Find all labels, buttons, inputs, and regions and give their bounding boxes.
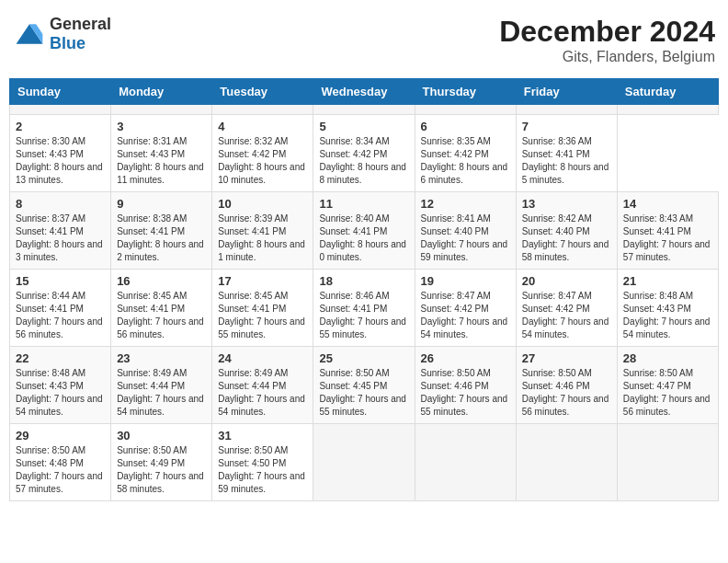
day-cell-12: 12Sunrise: 8:41 AMSunset: 4:40 PMDayligh… xyxy=(415,192,516,270)
day-info: Sunrise: 8:41 AMSunset: 4:40 PMDaylight:… xyxy=(421,213,510,264)
day-number: 21 xyxy=(623,274,712,288)
day-cell-10: 10Sunrise: 8:39 AMSunset: 4:41 PMDayligh… xyxy=(212,192,313,270)
day-number: 10 xyxy=(218,197,307,211)
day-cell-24: 24Sunrise: 8:49 AMSunset: 4:44 PMDayligh… xyxy=(212,347,313,424)
day-info: Sunrise: 8:50 AMSunset: 4:47 PMDaylight:… xyxy=(623,367,712,419)
day-info: Sunrise: 8:44 AMSunset: 4:41 PMDaylight:… xyxy=(16,290,105,341)
day-number: 16 xyxy=(117,274,206,288)
page-title: December 2024 xyxy=(499,15,715,49)
calendar-week-3: 8Sunrise: 8:37 AMSunset: 4:41 PMDaylight… xyxy=(10,192,719,270)
logo-general-text: General xyxy=(50,15,111,33)
day-cell-8: 8Sunrise: 8:37 AMSunset: 4:41 PMDaylight… xyxy=(10,192,111,270)
day-info: Sunrise: 8:49 AMSunset: 4:44 PMDaylight:… xyxy=(117,367,206,419)
day-info: Sunrise: 8:48 AMSunset: 4:43 PMDaylight:… xyxy=(623,290,712,341)
day-cell-26: 26Sunrise: 8:50 AMSunset: 4:46 PMDayligh… xyxy=(415,347,516,424)
calendar-week-6: 29Sunrise: 8:50 AMSunset: 4:48 PMDayligh… xyxy=(10,424,719,501)
empty-cell xyxy=(313,424,415,501)
day-info: Sunrise: 8:39 AMSunset: 4:41 PMDaylight:… xyxy=(218,213,307,264)
day-number: 7 xyxy=(522,120,611,133)
empty-cell xyxy=(111,105,212,115)
day-info: Sunrise: 8:40 AMSunset: 4:41 PMDaylight:… xyxy=(319,213,408,264)
day-number: 23 xyxy=(117,351,206,365)
day-cell-31: 31Sunrise: 8:50 AMSunset: 4:50 PMDayligh… xyxy=(212,424,313,501)
day-cell-29: 29Sunrise: 8:50 AMSunset: 4:48 PMDayligh… xyxy=(10,424,111,501)
day-of-week-saturday: Saturday xyxy=(617,79,718,105)
day-cell-27: 27Sunrise: 8:50 AMSunset: 4:46 PMDayligh… xyxy=(516,347,617,424)
empty-cell xyxy=(617,424,718,501)
day-info: Sunrise: 8:49 AMSunset: 4:44 PMDaylight:… xyxy=(218,367,307,419)
day-number: 19 xyxy=(421,274,510,288)
day-number: 13 xyxy=(522,197,611,211)
calendar-week-2: 2Sunrise: 8:30 AMSunset: 4:43 PMDaylight… xyxy=(10,115,719,192)
day-number: 12 xyxy=(421,197,510,211)
empty-cell xyxy=(516,424,617,501)
day-info: Sunrise: 8:30 AMSunset: 4:43 PMDaylight:… xyxy=(16,135,105,187)
logo-blue-text: Blue xyxy=(50,34,85,52)
day-info: Sunrise: 8:43 AMSunset: 4:41 PMDaylight:… xyxy=(623,213,712,264)
day-number: 18 xyxy=(319,274,408,288)
day-info: Sunrise: 8:42 AMSunset: 4:40 PMDaylight:… xyxy=(522,213,611,264)
day-cell-13: 13Sunrise: 8:42 AMSunset: 4:40 PMDayligh… xyxy=(516,192,617,270)
day-of-week-tuesday: Tuesday xyxy=(212,79,313,105)
day-cell-21: 21Sunrise: 8:48 AMSunset: 4:43 PMDayligh… xyxy=(617,270,718,347)
day-of-week-thursday: Thursday xyxy=(415,79,516,105)
day-of-week-sunday: Sunday xyxy=(10,79,111,105)
day-cell-9: 9Sunrise: 8:38 AMSunset: 4:41 PMDaylight… xyxy=(111,192,212,270)
day-cell-25: 25Sunrise: 8:50 AMSunset: 4:45 PMDayligh… xyxy=(313,347,415,424)
day-info: Sunrise: 8:34 AMSunset: 4:42 PMDaylight:… xyxy=(319,135,408,187)
day-info: Sunrise: 8:47 AMSunset: 4:42 PMDaylight:… xyxy=(522,290,611,341)
day-cell-28: 28Sunrise: 8:50 AMSunset: 4:47 PMDayligh… xyxy=(617,347,718,424)
day-cell-5: 5Sunrise: 8:34 AMSunset: 4:42 PMDaylight… xyxy=(313,115,415,192)
day-info: Sunrise: 8:38 AMSunset: 4:41 PMDaylight:… xyxy=(117,213,206,264)
day-cell-4: 4Sunrise: 8:32 AMSunset: 4:42 PMDaylight… xyxy=(212,115,313,192)
logo: General Blue xyxy=(13,15,111,53)
page-header: General Blue December 2024 Gits, Flander… xyxy=(9,9,719,71)
day-cell-3: 3Sunrise: 8:31 AMSunset: 4:43 PMDaylight… xyxy=(111,115,212,192)
day-cell-11: 11Sunrise: 8:40 AMSunset: 4:41 PMDayligh… xyxy=(313,192,415,270)
day-info: Sunrise: 8:36 AMSunset: 4:41 PMDaylight:… xyxy=(522,135,611,187)
calendar-week-5: 22Sunrise: 8:48 AMSunset: 4:43 PMDayligh… xyxy=(10,347,719,424)
calendar-table: SundayMondayTuesdayWednesdayThursdayFrid… xyxy=(9,78,719,501)
day-cell-15: 15Sunrise: 8:44 AMSunset: 4:41 PMDayligh… xyxy=(10,270,111,347)
day-number: 24 xyxy=(218,351,307,365)
day-info: Sunrise: 8:50 AMSunset: 4:49 PMDaylight:… xyxy=(117,444,206,496)
day-cell-14: 14Sunrise: 8:43 AMSunset: 4:41 PMDayligh… xyxy=(617,192,718,270)
day-info: Sunrise: 8:45 AMSunset: 4:41 PMDaylight:… xyxy=(117,290,206,341)
day-number: 4 xyxy=(218,120,307,133)
day-number: 6 xyxy=(421,120,510,133)
day-cell-20: 20Sunrise: 8:47 AMSunset: 4:42 PMDayligh… xyxy=(516,270,617,347)
day-info: Sunrise: 8:37 AMSunset: 4:41 PMDaylight:… xyxy=(16,213,105,264)
day-cell-22: 22Sunrise: 8:48 AMSunset: 4:43 PMDayligh… xyxy=(10,347,111,424)
day-number: 11 xyxy=(319,197,408,211)
logo-icon xyxy=(13,17,46,51)
day-cell-23: 23Sunrise: 8:49 AMSunset: 4:44 PMDayligh… xyxy=(111,347,212,424)
day-info: Sunrise: 8:32 AMSunset: 4:42 PMDaylight:… xyxy=(218,135,307,187)
day-cell-30: 30Sunrise: 8:50 AMSunset: 4:49 PMDayligh… xyxy=(111,424,212,501)
day-info: Sunrise: 8:48 AMSunset: 4:43 PMDaylight:… xyxy=(16,367,105,419)
day-of-week-wednesday: Wednesday xyxy=(313,79,415,105)
day-number: 8 xyxy=(16,197,105,211)
day-info: Sunrise: 8:50 AMSunset: 4:48 PMDaylight:… xyxy=(16,444,105,496)
day-of-week-monday: Monday xyxy=(111,79,212,105)
day-info: Sunrise: 8:50 AMSunset: 4:46 PMDaylight:… xyxy=(421,367,510,419)
day-number: 22 xyxy=(16,351,105,365)
day-info: Sunrise: 8:47 AMSunset: 4:42 PMDaylight:… xyxy=(421,290,510,341)
calendar-header-row: SundayMondayTuesdayWednesdayThursdayFrid… xyxy=(10,79,719,105)
day-number: 17 xyxy=(218,274,307,288)
day-number: 25 xyxy=(319,351,408,365)
calendar-week-4: 15Sunrise: 8:44 AMSunset: 4:41 PMDayligh… xyxy=(10,270,719,347)
day-number: 9 xyxy=(117,197,206,211)
day-cell-6: 6Sunrise: 8:35 AMSunset: 4:42 PMDaylight… xyxy=(415,115,516,192)
day-info: Sunrise: 8:50 AMSunset: 4:50 PMDaylight:… xyxy=(218,444,307,496)
day-cell-17: 17Sunrise: 8:45 AMSunset: 4:41 PMDayligh… xyxy=(212,270,313,347)
day-number: 5 xyxy=(319,120,408,133)
day-number: 14 xyxy=(623,197,712,211)
day-cell-2: 2Sunrise: 8:30 AMSunset: 4:43 PMDaylight… xyxy=(10,115,111,192)
day-number: 31 xyxy=(218,429,307,442)
empty-cell xyxy=(617,105,718,115)
day-number: 29 xyxy=(16,429,105,442)
day-number: 26 xyxy=(421,351,510,365)
page-subtitle: Gits, Flanders, Belgium xyxy=(499,49,715,65)
day-info: Sunrise: 8:50 AMSunset: 4:46 PMDaylight:… xyxy=(522,367,611,419)
day-number: 28 xyxy=(623,351,712,365)
